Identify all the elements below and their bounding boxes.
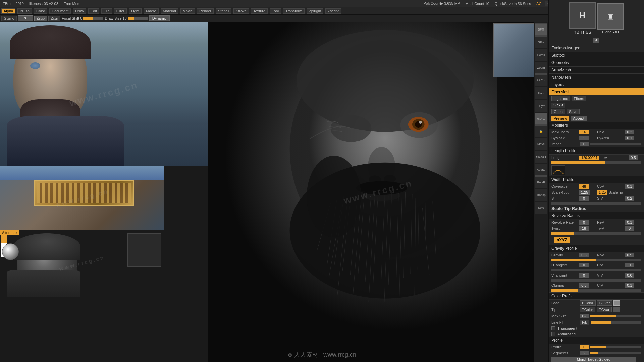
oxyz-toggle[interactable]: oXYZ — [554, 237, 570, 243]
profile-section[interactable]: Profile — [549, 337, 644, 344]
twv-val[interactable]: 0 — [625, 226, 634, 231]
preview-btn[interactable]: Preview — [551, 116, 569, 121]
twist-slider[interactable] — [551, 232, 641, 235]
macro-menu[interactable]: Macro — [144, 8, 159, 14]
morphtarget-btn[interactable]: MorphTarget Guided — [551, 357, 636, 362]
nov-val[interactable]: 0.5 — [625, 253, 634, 257]
geometry-section[interactable]: Geometry — [549, 59, 644, 66]
segments-slider[interactable] — [590, 352, 641, 354]
zplugin-menu[interactable]: Zplugin — [307, 8, 323, 14]
coverage-val[interactable]: 48 — [579, 184, 589, 189]
scaleroot-val[interactable]: 1.25 — [579, 190, 590, 195]
material-menu[interactable]: Material — [161, 8, 178, 14]
document-menu[interactable]: Document — [49, 8, 71, 14]
bpr-button[interactable]: BPR — [535, 23, 547, 36]
cov-val[interactable]: 0.1 — [625, 184, 634, 189]
vtangent-val[interactable]: 0 — [579, 273, 589, 278]
stencil-menu[interactable]: Stencil — [216, 8, 231, 14]
movie-menu[interactable]: Movie — [180, 8, 195, 14]
scroll-button[interactable]: Scroll — [535, 49, 547, 61]
slim-slider[interactable] — [551, 202, 641, 205]
lev-val[interactable]: 0.5 — [629, 155, 638, 160]
oxyz-button[interactable]: oXYZ — [535, 113, 547, 125]
vtangent-slider[interactable] — [551, 279, 641, 282]
lock-button[interactable]: 🔒 — [535, 125, 547, 137]
twist-val[interactable]: 18 — [579, 226, 589, 231]
aarot-button[interactable]: AARot — [535, 74, 547, 86]
antialiased-checkbox[interactable] — [551, 332, 555, 336]
htangent-val[interactable]: 0 — [579, 263, 589, 267]
width-profile-section[interactable]: Width Profile — [549, 176, 644, 183]
alpha-menu[interactable]: Alpha — [1, 8, 15, 14]
lightbox-btn[interactable]: Lightbox — [551, 96, 570, 101]
layers-section[interactable]: Layers — [549, 81, 644, 88]
dev-val[interactable]: 0.2 — [625, 130, 634, 134]
tip-color-swatch[interactable] — [613, 307, 620, 312]
civ-val[interactable]: 0.1 — [625, 283, 634, 288]
focal-slider[interactable] — [83, 17, 103, 20]
move-button[interactable]: Move — [535, 138, 547, 150]
planes3d-tool[interactable]: ▣ PlaneS3D — [597, 3, 624, 34]
transform-menu[interactable]: Transform — [283, 8, 305, 14]
nanomesh-section[interactable]: NanoMesh — [549, 74, 644, 81]
max-size-val[interactable]: 128 — [580, 314, 589, 318]
stroke-menu[interactable]: Stroke — [233, 8, 249, 14]
giznmo-btn[interactable]: Gizmo — [1, 16, 17, 21]
transparent-checkbox[interactable] — [551, 326, 555, 330]
imbed-val[interactable]: 0 — [580, 142, 589, 146]
htv-val[interactable]: 0 — [625, 263, 634, 267]
maxfibers-val[interactable]: 16 — [579, 130, 589, 134]
hermes-tool[interactable]: H hermes — [569, 2, 596, 35]
length-slider[interactable] — [551, 161, 641, 164]
gravity-profile-section[interactable]: Gravity Profile — [549, 245, 644, 252]
rotate-button[interactable]: Rotate — [535, 164, 547, 176]
accept-btn[interactable]: Accept — [571, 116, 587, 121]
open-btn[interactable]: Open — [551, 109, 565, 114]
profile-num-val[interactable]: 6 — [580, 345, 589, 349]
file-menu[interactable]: File — [101, 8, 112, 14]
bcvar-btn[interactable]: BCVar — [597, 300, 612, 306]
zcur-btn[interactable]: Zcur — [48, 16, 60, 21]
siv-val[interactable]: 0.2 — [625, 196, 634, 201]
color-profile-section[interactable]: Color Profile — [549, 292, 644, 300]
edit-menu[interactable]: Edit — [88, 8, 99, 14]
brush-icon[interactable]: ▼ — [18, 15, 33, 21]
clumps-slider[interactable] — [551, 289, 641, 292]
length-val[interactable]: 120.00004 — [579, 156, 599, 160]
byarea-val[interactable]: 0.1 — [625, 136, 634, 140]
rev-val[interactable]: 0.1 — [625, 220, 634, 225]
fibers-btn[interactable]: Fibers — [572, 96, 587, 101]
brush-menu[interactable]: Brush — [17, 8, 32, 14]
revolve-rate-val[interactable]: 0 — [579, 220, 589, 225]
base-color-swatch[interactable] — [613, 300, 620, 306]
arraymesh-section[interactable]: ArrayMesh — [549, 66, 644, 74]
sculpt-viewport[interactable]: www.rrcg.cn — [208, 22, 548, 362]
tcvar-btn[interactable]: TCVar — [597, 307, 612, 312]
revolve-radius-section[interactable]: Revolve Radius — [549, 212, 644, 219]
color-menu[interactable]: Color — [34, 8, 47, 14]
bcolor-btn[interactable]: BColor — [580, 300, 596, 306]
lsym-button[interactable]: L.Sym — [535, 100, 547, 112]
fib-btn[interactable]: Fib — [580, 320, 589, 325]
profile-slider[interactable] — [590, 346, 641, 348]
save-btn[interactable]: Save — [567, 109, 580, 114]
modifiers-section[interactable]: Modifiers — [549, 122, 644, 129]
subtool-section[interactable]: Subtool — [549, 52, 644, 59]
spix-button[interactable]: SPix — [535, 36, 547, 48]
scaletip-val[interactable]: 1.25 — [597, 190, 607, 195]
draw-menu[interactable]: Draw — [73, 8, 86, 14]
clumps-val[interactable]: 0.3 — [579, 283, 589, 288]
gravity-val[interactable]: 0.5 — [579, 253, 589, 257]
floor-button[interactable]: Floor — [535, 87, 547, 99]
zoom-button[interactable]: Zoom — [535, 62, 547, 74]
segments-val[interactable]: 2 — [580, 351, 589, 355]
length-profile-curve[interactable] — [551, 165, 565, 175]
slim-val[interactable]: 0 — [579, 196, 589, 201]
filter-menu[interactable]: Filter — [114, 8, 127, 14]
transp-button[interactable]: Transp — [535, 189, 547, 201]
solo-button[interactable]: Solo — [535, 202, 547, 214]
viv-val[interactable]: 0.0 — [625, 273, 634, 278]
dynamic-btn[interactable]: Dynamic — [149, 15, 170, 21]
light-menu[interactable]: Light — [129, 8, 142, 14]
polyf-button[interactable]: PolyF — [535, 176, 547, 188]
